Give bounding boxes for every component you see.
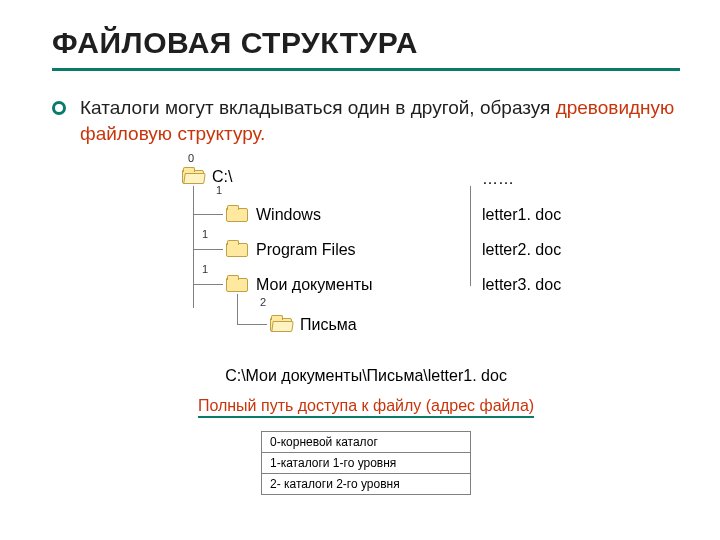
folder-node: Мои документы: [226, 276, 373, 294]
slide-title: ФАЙЛОВАЯ СТРУКТУРА: [52, 26, 680, 71]
tree-connector: [193, 249, 223, 250]
root-node: C:\: [182, 168, 232, 186]
tree-connector: [237, 294, 238, 324]
legend-row: 0-корневой каталог: [262, 432, 470, 452]
file-item: letter1. doc: [482, 206, 561, 224]
tree-diagram: 0 C:\ 1 Windows 1 Program Files 1 Мои до…: [182, 156, 680, 361]
folder-node: Windows: [226, 206, 321, 224]
folder-icon: [182, 170, 204, 184]
file-item: letter2. doc: [482, 241, 561, 259]
body-row: Каталоги могут вкладываться один в друго…: [52, 95, 680, 146]
body-text: Каталоги могут вкладываться один в друго…: [80, 95, 680, 146]
bullet-icon: [52, 101, 66, 115]
folder-label: Program Files: [256, 241, 356, 259]
root-level-num: 0: [188, 152, 194, 164]
level-num: 1: [216, 184, 222, 196]
folder-icon: [226, 243, 248, 257]
file-item: letter3. doc: [482, 276, 561, 294]
folder-node: Program Files: [226, 241, 356, 259]
full-path: C:\Мои документы\Письма\letter1. doc: [52, 367, 680, 385]
folder-label: Мои документы: [256, 276, 373, 294]
folder-icon: [226, 278, 248, 292]
tree-connector: [470, 186, 471, 286]
level-num: 2: [260, 296, 266, 308]
folder-icon: [226, 208, 248, 222]
tree-connector: [193, 214, 223, 215]
caption: Полный путь доступа к файлу (адрес файла…: [52, 397, 680, 415]
level-num: 1: [202, 263, 208, 275]
tree-connector: [237, 324, 267, 325]
folder-icon: [270, 318, 292, 332]
folder-node: Письма: [270, 316, 357, 334]
files-header: ……: [482, 170, 514, 188]
folder-label: Windows: [256, 206, 321, 224]
level-num: 1: [202, 228, 208, 240]
folder-label: Письма: [300, 316, 357, 334]
legend-box: 0-корневой каталог 1-каталоги 1-го уровн…: [261, 431, 471, 495]
tree-connector: [193, 284, 223, 285]
caption-text: Полный путь доступа к файлу (адрес файла…: [198, 397, 534, 418]
tree-connector: [193, 186, 194, 308]
legend-row: 1-каталоги 1-го уровня: [262, 452, 470, 473]
legend-row: 2- каталоги 2-го уровня: [262, 473, 470, 494]
body-part1: Каталоги могут вкладываться один в друго…: [80, 97, 556, 118]
